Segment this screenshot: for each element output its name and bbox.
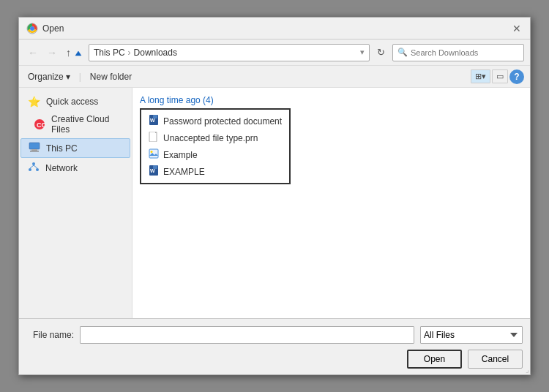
sidebar-item-label: Network bbox=[45, 163, 78, 173]
sidebar-item-network[interactable]: Network bbox=[20, 159, 130, 177]
breadcrumb[interactable]: This PC › Downloads ▾ bbox=[89, 44, 370, 61]
svg-text:W: W bbox=[150, 118, 155, 123]
view-mode-button[interactable]: ⊞▾ bbox=[471, 69, 490, 83]
close-button[interactable]: ✕ bbox=[511, 23, 523, 34]
svg-rect-15 bbox=[153, 115, 157, 118]
sidebar-item-quick-access[interactable]: ⭐ Quick access bbox=[20, 93, 130, 110]
organize-button[interactable]: Organize ▾ bbox=[25, 70, 73, 83]
main-content: ⭐ Quick access CC Creative Cloud Files bbox=[19, 88, 530, 318]
refresh-button[interactable]: ↻ bbox=[373, 45, 389, 59]
svg-rect-17 bbox=[149, 149, 158, 158]
file-item[interactable]: W Password protected document bbox=[144, 113, 286, 129]
file-item[interactable]: Example bbox=[144, 146, 286, 163]
open-dialog: Open ✕ ← → ↑ This PC › Downloads ▾ ↻ 🔍 bbox=[18, 17, 531, 375]
svg-rect-5 bbox=[29, 143, 40, 149]
image-icon bbox=[149, 148, 159, 161]
sidebar-item-this-pc[interactable]: This PC bbox=[20, 138, 130, 158]
search-icon: 🔍 bbox=[397, 48, 408, 57]
file-name: Example bbox=[163, 150, 198, 160]
svg-line-11 bbox=[30, 165, 34, 168]
organize-label: Organize bbox=[28, 72, 64, 82]
group-header[interactable]: A long time ago (4) bbox=[140, 95, 523, 105]
svg-rect-6 bbox=[31, 149, 37, 151]
sidebar: ⭐ Quick access CC Creative Cloud Files bbox=[19, 88, 132, 318]
svg-text:W: W bbox=[150, 168, 155, 173]
sidebar-item-label: Creative Cloud Files bbox=[51, 114, 123, 135]
svg-point-8 bbox=[32, 162, 35, 165]
file-item[interactable]: W EXAMPLE bbox=[144, 163, 286, 180]
breadcrumb-dropdown-icon[interactable]: ▾ bbox=[360, 48, 365, 57]
svg-rect-21 bbox=[153, 165, 157, 169]
navigation-toolbar: ← → ↑ This PC › Downloads ▾ ↻ 🔍 bbox=[19, 39, 530, 66]
view-controls: ⊞▾ ▭ ? bbox=[471, 69, 524, 84]
up-button[interactable]: ↑ bbox=[63, 45, 86, 60]
open-button[interactable]: Open bbox=[407, 350, 462, 369]
svg-point-18 bbox=[151, 151, 153, 153]
file-name: Password protected document bbox=[163, 116, 282, 127]
svg-point-10 bbox=[36, 168, 39, 171]
svg-marker-2 bbox=[75, 51, 81, 56]
filename-input[interactable] bbox=[80, 326, 414, 344]
cc-icon: CC bbox=[34, 118, 45, 130]
word-icon: W bbox=[149, 165, 159, 178]
forward-button[interactable]: → bbox=[44, 45, 60, 60]
file-list: W Password protected document bbox=[140, 108, 291, 184]
blank-file-icon bbox=[149, 132, 159, 144]
footer: File name: All Files Open Cancel bbox=[19, 318, 530, 374]
resize-handle[interactable]: ⌟ bbox=[526, 366, 529, 374]
sidebar-item-label: This PC bbox=[46, 143, 78, 154]
chrome-icon bbox=[26, 23, 38, 34]
action-row: Open Cancel bbox=[26, 350, 523, 369]
file-name: Unaccepted file type.prn bbox=[163, 133, 258, 143]
filename-label: File name: bbox=[26, 330, 74, 340]
organize-chevron-icon: ▾ bbox=[66, 72, 70, 82]
file-name: EXAMPLE bbox=[163, 167, 205, 177]
new-folder-button[interactable]: New folder bbox=[87, 70, 135, 83]
file-area: A long time ago (4) W Password protected… bbox=[132, 88, 530, 318]
filename-row: File name: All Files bbox=[26, 326, 523, 344]
this-pc-icon bbox=[29, 142, 40, 154]
svg-point-1 bbox=[30, 26, 34, 31]
title-bar: Open ✕ bbox=[19, 18, 530, 39]
file-item[interactable]: Unaccepted file type.prn bbox=[144, 129, 286, 146]
preview-pane-button[interactable]: ▭ bbox=[492, 69, 508, 83]
svg-rect-16 bbox=[149, 132, 157, 142]
sidebar-item-label: Quick access bbox=[46, 97, 98, 107]
svg-point-9 bbox=[29, 168, 31, 171]
svg-line-12 bbox=[34, 165, 37, 168]
dialog-title: Open bbox=[42, 23, 64, 34]
breadcrumb-thispc: This PC bbox=[94, 48, 125, 58]
svg-rect-7 bbox=[30, 151, 39, 152]
search-bar: 🔍 bbox=[392, 44, 524, 61]
breadcrumb-downloads: Downloads bbox=[134, 48, 177, 58]
quick-access-icon: ⭐ bbox=[28, 96, 40, 108]
action-bar: Organize ▾ | New folder ⊞▾ ▭ ? bbox=[19, 66, 530, 88]
back-button[interactable]: ← bbox=[25, 45, 41, 60]
sidebar-item-creative-cloud[interactable]: CC Creative Cloud Files bbox=[20, 111, 130, 137]
help-button[interactable]: ? bbox=[509, 69, 524, 84]
svg-text:CC: CC bbox=[37, 121, 45, 129]
network-icon bbox=[28, 162, 40, 174]
cancel-button[interactable]: Cancel bbox=[468, 350, 523, 369]
word-icon: W bbox=[149, 115, 159, 127]
up-arrow-icon bbox=[74, 50, 83, 57]
search-input[interactable] bbox=[411, 48, 519, 57]
filetype-select[interactable]: All Files bbox=[420, 326, 523, 344]
